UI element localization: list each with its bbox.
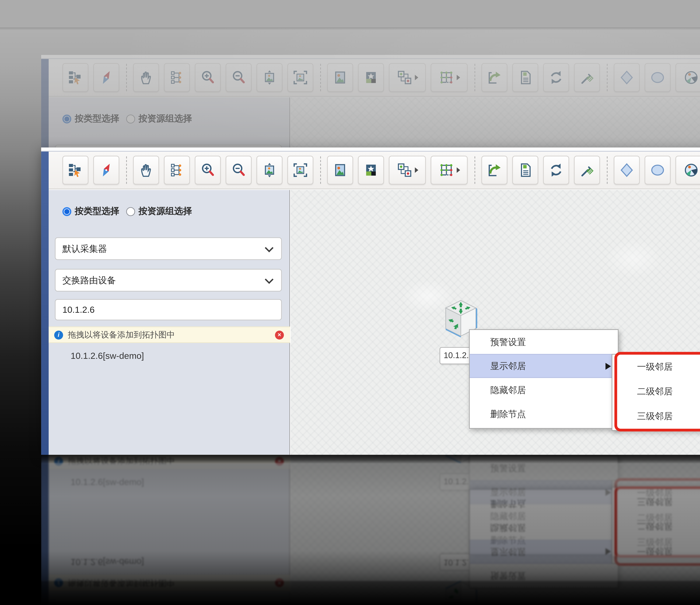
selection-mode-radios: 按类型选择 按资源组选择 [49,190,290,217]
shape-ellipse-icon [650,163,665,178]
pan-hand-icon [139,163,154,178]
zoom-in-icon [200,163,215,178]
image-settings-button[interactable] [358,156,384,185]
radio-unselected-icon [126,207,135,216]
shape-diamond-button[interactable] [614,156,640,185]
compass-icon [99,163,114,178]
save-icon [518,163,533,178]
node-numbering-icon [397,163,412,178]
node-label: 10.1.2.6[sw-demo] [440,347,473,364]
main-screenshot: 切换到运行态 按类型选择 按资源组选择 默认采集器 交换路由设备 [41,147,700,455]
chevron-down-icon [265,275,273,284]
pan-hand-button[interactable] [133,156,159,185]
shape-ellipse-button[interactable] [645,156,671,185]
zoom-out-button[interactable] [226,156,252,185]
radio-by-type[interactable]: 按类型选择 [62,205,119,217]
device-sidebar: 按类型选择 按资源组选择 默认采集器 交换路由设备 i 拖拽以将设备添加到拓扑图… [49,190,290,455]
radio-by-type-label: 按类型选择 [75,205,119,217]
chevron-down-icon [265,243,273,252]
toolbar-separator [320,156,321,184]
menu-item-show-neighbors[interactable]: 显示邻居 [470,354,618,378]
clear-broom-icon [579,163,595,178]
toolbar-separator [474,156,475,184]
refresh-button[interactable] [543,156,569,185]
menu-item-alert-settings[interactable]: 预警设置 [470,330,618,354]
device-type-select-value: 交换路由设备 [56,274,266,286]
select-topology-button[interactable] [62,156,89,185]
image-settings-icon [364,163,379,178]
device-type-select[interactable]: 交换路由设备 [55,269,282,292]
collector-select-value: 默认采集器 [56,242,266,255]
info-icon: i [54,330,63,339]
reflection: 切换到运行态 按类型选择 按资源组选择 默认采集器 交换路由设备 [41,455,700,605]
fit-vertical-icon [262,163,277,178]
backdrop-faded-copy: 切换到运行态 按类型选择 按资源组选择 默认采集器 交换路由设备 [41,55,700,148]
menu-item-hide-neighbors[interactable]: 隐藏邻居 [470,378,618,402]
neighbors-submenu: 一级邻居 二级邻居 三级邻居 [612,354,700,431]
window-top-edge [41,147,700,151]
zoom-in-button[interactable] [195,156,221,185]
dropdown-caret-icon [456,167,460,173]
top-gray-bar [0,0,700,28]
submenu-arrow-icon [605,363,611,370]
radio-by-resource-group[interactable]: 按资源组选择 [126,205,192,217]
close-icon[interactable]: × [275,330,284,339]
search-input[interactable] [55,299,282,320]
refresh-icon [549,163,564,178]
export-icon [487,163,502,178]
shape-pie-icon [683,163,698,178]
reflection-dark-overlay [41,455,700,605]
fit-vertical-button[interactable] [256,156,282,185]
fit-selection-icon [293,163,308,178]
radio-by-group-label: 按资源组选择 [139,205,192,217]
background-image-icon [333,163,348,178]
drag-hint-bar: i 拖拽以将设备添加到拓扑图中 × [49,326,290,343]
fit-selection-button[interactable] [287,156,313,185]
node-numbering-button[interactable] [389,156,426,185]
stage: 切换到运行态 按类型选择 按资源组选择 默认采集器 交换路由设备 [0,0,700,605]
node-list-icon [169,163,184,178]
context-menu: 预警设置 显示邻居 隐藏邻居 删除节点 [469,329,619,429]
background-image-button[interactable] [327,156,353,185]
clear-broom-button[interactable] [574,156,600,185]
drag-hint-text: 拖拽以将设备添加到拓扑图中 [68,329,275,341]
grid-layout-button[interactable] [431,156,468,185]
toolbar-separator [607,156,607,184]
shape-pie-button[interactable] [675,156,700,185]
menu-item-delete-node[interactable]: 删除节点 [470,402,618,426]
collector-select[interactable]: 默认采集器 [55,237,282,260]
export-button[interactable] [481,156,507,185]
compass-button[interactable] [93,156,119,185]
topology-toolbar: 切换到运行态 [49,151,700,189]
select-topology-icon [68,163,83,178]
submenu-item-level1[interactable]: 一级邻居 [612,355,700,379]
menu-item-show-neighbors-label: 显示邻居 [490,361,526,371]
device-list-item[interactable]: 10.1.2.6[sw-demo] [71,350,144,361]
window-left-strip [41,151,49,455]
shape-diamond-icon [619,163,634,178]
submenu-item-level3[interactable]: 三级邻居 [612,404,700,429]
submenu-item-level2[interactable]: 二级邻居 [612,379,700,404]
dropdown-caret-icon [415,167,418,173]
radio-selected-icon [62,207,71,216]
zoom-out-icon [231,163,246,178]
save-button[interactable] [512,156,538,185]
node-list-button[interactable] [164,156,190,185]
grid-layout-icon [439,163,454,178]
toolbar-separator [126,156,127,184]
slide-background: 切换到运行态 按类型选择 按资源组选择 默认采集器 交换路由设备 [0,0,700,605]
